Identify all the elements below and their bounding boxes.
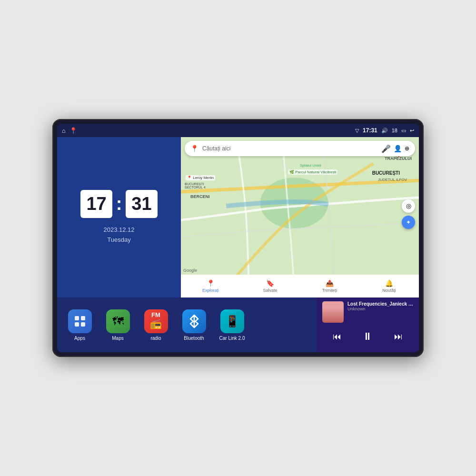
radio-emoji: 📻 [150, 318, 162, 329]
svg-rect-4 [81, 322, 85, 327]
map-nav-saved[interactable]: 🔖 Salvate [240, 279, 300, 293]
top-section: 17 : 31 2023.12.12 Tuesday [57, 137, 419, 298]
volume-icon: 🔊 [381, 128, 388, 134]
apps-panel: Apps 🗺 Maps FM 📻 radio [57, 298, 317, 352]
app-icon-maps[interactable]: 🗺 Maps [102, 309, 133, 341]
music-artist: Unknown [347, 307, 413, 311]
map-nav-news[interactable]: 🔔 Noutăți [359, 279, 419, 293]
day-string: Tuesday [103, 235, 134, 245]
maps-label: Maps [112, 336, 123, 341]
map-nav-explore[interactable]: 📍 Explorați [181, 279, 240, 293]
map-compass-button[interactable]: ✦ [402, 216, 415, 229]
bluetooth-symbol-icon [188, 314, 200, 328]
app-icon-apps[interactable]: Apps [64, 309, 95, 341]
maps-logo-icon: 📍 [190, 145, 198, 152]
saved-icon: 🔖 [266, 279, 274, 287]
status-bar-right: ▽ 17:31 🔊 18 ▭ ↩ [355, 127, 414, 134]
svg-rect-2 [81, 316, 85, 320]
layers-icon[interactable]: ⊕ [405, 145, 409, 152]
music-prev-button[interactable]: ⏮ [329, 330, 345, 344]
send-icon: 📤 [326, 279, 334, 287]
account-icon[interactable]: 👤 [394, 145, 402, 152]
music-text: Lost Frequencies_Janieck Devy-... Unknow… [347, 301, 413, 311]
explore-label: Explorați [202, 288, 219, 293]
radio-icon-img: FM 📻 [144, 309, 168, 333]
clock-hour: 17 [80, 190, 112, 218]
map-search-bar[interactable]: 📍 Căutați aici 🎤 👤 ⊕ [185, 141, 415, 156]
music-next-button[interactable]: ⏭ [390, 330, 407, 344]
carlink-emoji: 📱 [225, 315, 239, 328]
compass-icon: ✦ [406, 219, 411, 226]
maps-icon-img: 🗺 [106, 309, 130, 333]
bottom-section: Apps 🗺 Maps FM 📻 radio [57, 298, 419, 352]
app-icon-bluetooth[interactable]: Bluetooth [178, 309, 209, 341]
time-display: 17:31 [363, 127, 377, 134]
maps-emoji: 🗺 [112, 315, 124, 328]
app-icon-carlink[interactable]: 📱 Car Link 2.0 [217, 309, 248, 341]
map-nav-send[interactable]: 📤 Trimiteți [300, 279, 359, 293]
svg-rect-3 [75, 322, 79, 327]
album-art [322, 301, 344, 323]
home-icon[interactable]: ⌂ [62, 127, 66, 134]
clock-widget: 17 : 31 2023.12.12 Tuesday [57, 137, 181, 298]
date-string: 2023.12.12 [103, 225, 134, 235]
music-play-button[interactable]: ⏸ [358, 328, 377, 345]
status-bar-left: ⌂ 📍 [62, 127, 77, 134]
apps-label: Apps [74, 336, 85, 341]
battery-icon: ▭ [401, 128, 406, 134]
clock-display: 17 : 31 [80, 190, 157, 218]
clock-minute: 31 [126, 190, 157, 218]
battery-level: 18 [392, 128, 397, 133]
fm-badge: FM [151, 311, 160, 318]
clock-date: 2023.12.12 Tuesday [103, 225, 134, 245]
main-area: 17 : 31 2023.12.12 Tuesday [57, 137, 419, 352]
carlink-icon-img: 📱 [220, 309, 244, 333]
saved-label: Salvate [263, 288, 277, 293]
send-label: Trimiteți [322, 288, 337, 293]
bluetooth-icon-img [182, 309, 206, 333]
back-icon[interactable]: ↩ [410, 128, 414, 134]
map-bottom-nav: 📍 Explorați 🔖 Salvate 📤 Trimiteți � [181, 275, 419, 298]
car-display-device: ⌂ 📍 ▽ 17:31 🔊 18 ▭ ↩ 17 : [52, 119, 424, 357]
music-thumbnail [322, 301, 344, 323]
map-roads-svg [181, 137, 419, 298]
news-label: Noutăți [382, 288, 396, 293]
svg-rect-1 [75, 316, 79, 320]
news-icon: 🔔 [385, 279, 393, 287]
map-widget[interactable]: UZANA TRAPEZULUI BUCUREȘTI JUDEȚUL ILFOV… [181, 137, 419, 298]
music-title: Lost Frequencies_Janieck Devy-... [347, 301, 413, 307]
map-search-placeholder[interactable]: Căutați aici [202, 145, 377, 152]
carlink-label: Car Link 2.0 [219, 336, 245, 341]
voice-search-icon[interactable]: 🎤 [381, 144, 391, 153]
apps-icon-img [68, 309, 92, 333]
map-location-button[interactable]: ◎ [402, 199, 415, 213]
location-icon[interactable]: 📍 [69, 127, 77, 134]
map-search-actions: 🎤 👤 ⊕ [381, 144, 409, 153]
explore-icon: 📍 [207, 279, 215, 287]
bluetooth-label: Bluetooth [184, 336, 204, 341]
app-icon-radio[interactable]: FM 📻 radio [140, 309, 171, 341]
radio-label: radio [150, 336, 161, 341]
crosshair-icon: ◎ [406, 202, 411, 209]
device-screen: ⌂ 📍 ▽ 17:31 🔊 18 ▭ ↩ 17 : [57, 124, 419, 352]
signal-icon: ▽ [355, 128, 359, 134]
clock-separator: : [116, 190, 122, 218]
apps-grid-icon [73, 315, 87, 328]
music-panel: Lost Frequencies_Janieck Devy-... Unknow… [317, 298, 419, 352]
music-controls: ⏮ ⏸ ⏭ [322, 328, 413, 345]
status-bar: ⌂ 📍 ▽ 17:31 🔊 18 ▭ ↩ [57, 124, 419, 137]
music-info: Lost Frequencies_Janieck Devy-... Unknow… [322, 301, 413, 323]
